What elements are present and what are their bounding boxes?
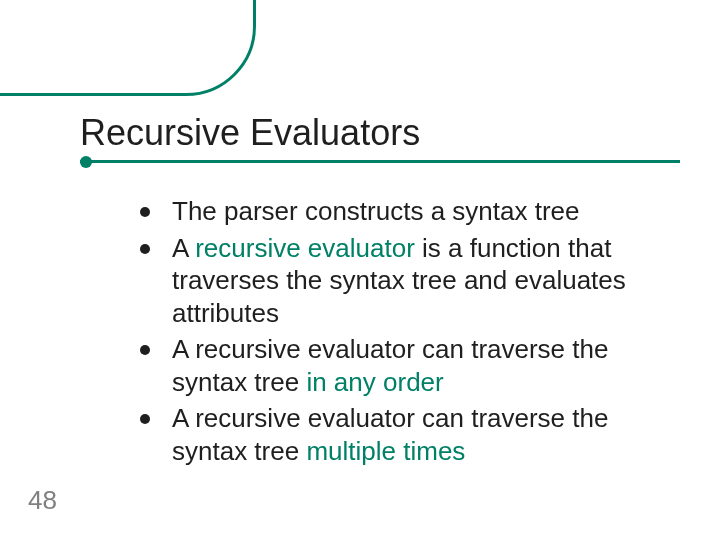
bullet-list: The parser constructs a syntax tree A re… xyxy=(140,195,660,471)
list-item: A recursive evaluator can traverse the s… xyxy=(140,402,660,467)
corner-ornament xyxy=(0,0,256,96)
bullet-text: A recursive evaluator is a function that… xyxy=(172,232,660,330)
bullet-text: The parser constructs a syntax tree xyxy=(172,195,580,228)
text-segment: A xyxy=(172,233,195,263)
emphasis-text: recursive evaluator xyxy=(195,233,415,263)
bullet-icon xyxy=(140,207,150,217)
bullet-text: A recursive evaluator can traverse the s… xyxy=(172,402,660,467)
bullet-icon xyxy=(140,414,150,424)
list-item: A recursive evaluator is a function that… xyxy=(140,232,660,330)
page-number: 48 xyxy=(28,485,57,516)
text-segment: The parser constructs a syntax tree xyxy=(172,196,580,226)
emphasis-text: in any order xyxy=(306,367,443,397)
bullet-icon xyxy=(140,244,150,254)
slide-title: Recursive Evaluators xyxy=(80,112,680,154)
emphasis-text: multiple times xyxy=(306,436,465,466)
list-item: A recursive evaluator can traverse the s… xyxy=(140,333,660,398)
bullet-icon xyxy=(140,345,150,355)
list-item: The parser constructs a syntax tree xyxy=(140,195,660,228)
title-block: Recursive Evaluators xyxy=(80,112,680,163)
title-underline xyxy=(80,160,680,163)
slide: Recursive Evaluators The parser construc… xyxy=(0,0,720,540)
bullet-text: A recursive evaluator can traverse the s… xyxy=(172,333,660,398)
